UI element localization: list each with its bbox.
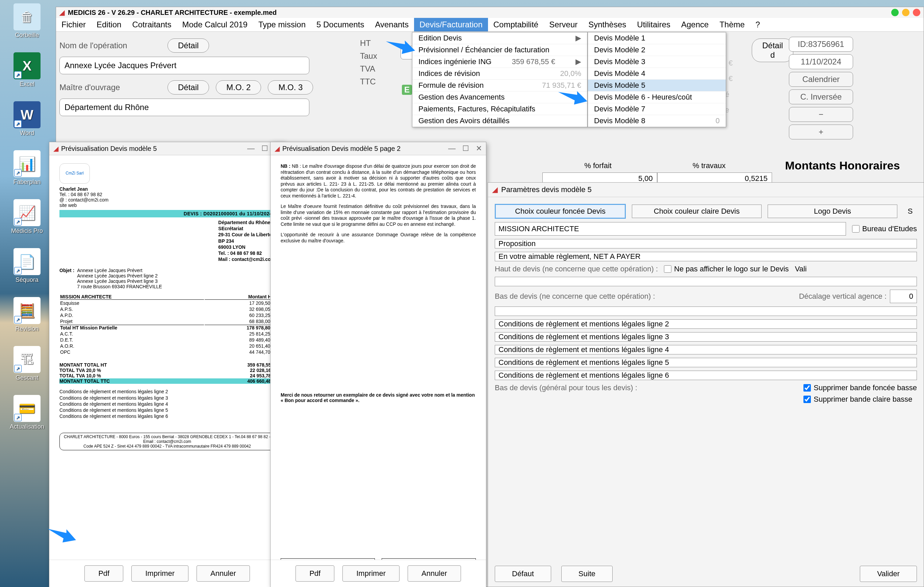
pdf-button[interactable]: Pdf <box>295 566 334 582</box>
menu-avenants[interactable]: Avenants <box>370 18 414 31</box>
hide-logo-checkbox[interactable]: Ne pas afficher le logo sur le Devis <box>664 265 789 273</box>
modele-5[interactable]: Devis Modèle 5 <box>588 80 726 92</box>
modele-4[interactable]: Devis Modèle 4 <box>588 68 726 80</box>
menu-previsionnel[interactable]: Prévisionnel / Échéancier de facturation <box>412 44 587 56</box>
calendar-button[interactable]: Calendrier <box>789 72 853 87</box>
mo-detail-button[interactable]: Détail <box>168 81 209 95</box>
legal-line-6[interactable] <box>495 371 917 380</box>
menu-fichier[interactable]: Fichier <box>56 18 91 31</box>
menu-syntheses[interactable]: Synthèses <box>583 18 632 31</box>
id-box: ID:83756961 11/10/2024 Calendrier C. Inv… <box>789 37 853 140</box>
close-icon[interactable]: ✕ <box>476 144 482 153</box>
window-title: MEDICIS 26 - V 26.29 - CHARLET ARCHITECT… <box>68 9 277 16</box>
menu-theme[interactable]: Thème <box>714 18 750 31</box>
bureau-checkbox[interactable]: Bureau d'Etudes <box>852 224 917 233</box>
legal-line-3[interactable] <box>495 332 917 342</box>
supprimer-light-checkbox[interactable]: Supprimer bande claire basse <box>804 395 917 404</box>
menu-cotraitants[interactable]: Cotraitants <box>127 18 177 31</box>
params-title: Paramètres devis modèle 5 <box>501 185 592 194</box>
mo2-button[interactable]: M.O. 2 <box>216 81 261 95</box>
menu-gestion-avoirs[interactable]: Gestion des Avoirs détaillés <box>412 115 587 127</box>
desktop-icon-actualisation[interactable]: 💳↗Actualisation <box>7 395 47 430</box>
print-button[interactable]: Imprimer <box>131 566 188 582</box>
menu-mode-calcul[interactable]: Mode Calcul 2019 <box>177 18 252 31</box>
mo-name-input[interactable] <box>59 99 309 116</box>
menu-paiements[interactable]: Paiements, Factures, Récapitulatifs <box>412 103 587 115</box>
minus-button[interactable]: − <box>789 107 853 122</box>
window-controls <box>891 9 920 16</box>
menu-devis-facturation[interactable]: Devis/Facturation <box>414 18 488 31</box>
modele-1[interactable]: Devis Modèle 1 <box>588 33 726 44</box>
desktop-icon-medicis[interactable]: 📈↗Médicis Pro <box>7 199 47 235</box>
modele-3[interactable]: Devis Modèle 3 <box>588 56 726 68</box>
suite-button[interactable]: Suite <box>561 566 613 582</box>
menu-edition-devis[interactable]: Edition Devis▶ <box>412 33 587 44</box>
supprimer-dark-checkbox[interactable]: Supprimer bande foncée basse <box>804 383 917 392</box>
minimize-icon[interactable]: — <box>247 144 255 153</box>
word-icon: W <box>21 107 33 123</box>
menu-documents[interactable]: 5 Documents <box>311 18 370 31</box>
modele-2[interactable]: Devis Modèle 2 <box>588 44 726 56</box>
modele-7[interactable]: Devis Modèle 7 <box>588 103 726 115</box>
date-field[interactable]: 11/10/2024 <box>789 54 853 69</box>
company-logo: CmZi Sarl <box>59 163 90 184</box>
s-button[interactable]: S <box>903 207 917 216</box>
default-button[interactable]: Défaut <box>495 566 551 582</box>
bas-devis-input[interactable] <box>495 306 917 316</box>
operation-detail-button[interactable]: Détail <box>168 38 209 53</box>
app-logo-icon: ◢ <box>59 8 64 16</box>
maximize-icon[interactable]: ☐ <box>261 144 268 153</box>
minimize-button[interactable] <box>891 9 899 16</box>
proposition-input[interactable] <box>495 239 917 248</box>
menu-edition[interactable]: Edition <box>91 18 127 31</box>
logo-button[interactable]: Logo Devis <box>768 205 897 218</box>
color-dark-button[interactable]: Choix couleur foncée Devis <box>495 204 626 219</box>
decalage-input[interactable] <box>890 289 917 303</box>
menu-serveur[interactable]: Serveur <box>544 18 583 31</box>
app-logo-icon: ◢ <box>275 145 280 153</box>
cancel-button[interactable]: Annuler <box>408 566 461 582</box>
menu-indices-ing[interactable]: Indices ingénierie ING359 678,55 €▶ <box>412 56 587 68</box>
inverse-button[interactable]: C. Inversée <box>789 89 853 104</box>
legal-line-5[interactable] <box>495 358 917 367</box>
menu-type-mission[interactable]: Type mission <box>253 18 311 31</box>
legal-line-4[interactable] <box>495 345 917 354</box>
close-button[interactable] <box>913 9 920 16</box>
reglement-input[interactable] <box>495 252 917 261</box>
menu-indices-revision[interactable]: Indices de révision20,0% <box>412 68 587 80</box>
maximize-button[interactable] <box>902 9 909 16</box>
menu-utilitaires[interactable]: Utilitaires <box>632 18 676 31</box>
modele-6[interactable]: Devis Modèle 6 - Heures/coût <box>588 92 726 103</box>
menu-agence[interactable]: Agence <box>676 18 714 31</box>
maximize-icon[interactable]: ☐ <box>462 144 469 153</box>
minimize-icon[interactable]: — <box>448 144 455 153</box>
pdf-button[interactable]: Pdf <box>84 566 123 582</box>
menu-comptabilite[interactable]: Comptabilité <box>488 18 544 31</box>
shortcut-icon: ↗ <box>14 169 21 176</box>
shortcut-icon: ↗ <box>14 267 21 275</box>
legal-line-2[interactable] <box>495 319 917 329</box>
mo3-button[interactable]: M.O. 3 <box>268 81 313 95</box>
modele-8[interactable]: Devis Modèle 8 0 <box>588 115 726 127</box>
desktop-icon-word[interactable]: W↗Word <box>7 101 47 137</box>
desktop-icon-faberplan[interactable]: 📊↗Faberplan <box>7 150 47 186</box>
print-button[interactable]: Imprimer <box>342 566 399 582</box>
menu-help[interactable]: ? <box>750 18 765 31</box>
desktop-icon-excel[interactable]: X↗Excel <box>7 52 47 88</box>
excel-icon: X <box>23 58 32 74</box>
desktop-icon-revision[interactable]: 🧮↗Revision <box>7 297 47 332</box>
plus-button[interactable]: + <box>789 125 853 140</box>
valider-button[interactable]: Valider <box>860 566 917 582</box>
mission-table: MISSION ARCHITECTEMontant HT Esquisse17 … <box>59 293 275 355</box>
cancel-button[interactable]: Annuler <box>196 566 250 582</box>
detail-button[interactable]: Détail d <box>752 38 793 62</box>
preview1-window: ◢Prévisualisation Devis modèle 5 —☐✕ CmZ… <box>49 142 285 587</box>
color-light-button[interactable]: Choix couleur claire Devis <box>632 205 762 218</box>
desktop-icon-gescant[interactable]: 🏗↗Gescant <box>7 346 47 381</box>
mission-input[interactable] <box>495 222 846 236</box>
haut-devis-input[interactable] <box>495 277 917 286</box>
desktop-icon-corbeille[interactable]: 🗑Corbeille <box>7 3 47 39</box>
app-logo-icon: ◢ <box>492 185 498 194</box>
operation-name-input[interactable] <box>59 57 309 74</box>
desktop-icon-sequora[interactable]: 📄↗Séquora <box>7 248 47 284</box>
